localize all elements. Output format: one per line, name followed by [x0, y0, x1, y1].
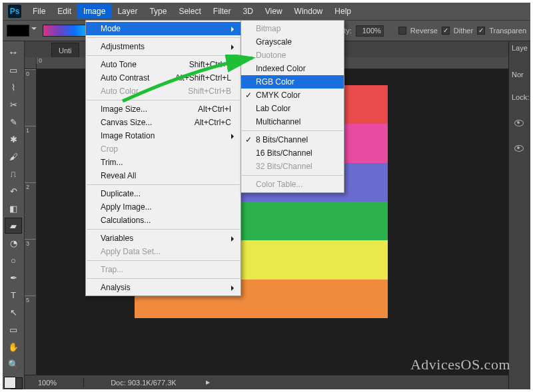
- menu-3d[interactable]: 3D: [237, 4, 259, 19]
- image-menu-auto-tone[interactable]: Auto ToneShift+Ctrl+L: [86, 58, 241, 71]
- image-menu-calculations[interactable]: Calculations...: [86, 214, 241, 227]
- grad-swatch[interactable]: [7, 25, 29, 37]
- chevron-right-icon[interactable]: ▶: [206, 379, 210, 385]
- menu-item-label: Duotone: [256, 51, 286, 60]
- menu-item-label: Crop: [101, 144, 118, 154]
- menu-item-label: Lab Color: [256, 104, 290, 113]
- doc-tab[interactable]: Unti: [51, 43, 79, 57]
- lock-label: Lock:: [512, 93, 529, 101]
- menu-item-label: Canvas Size...: [101, 118, 152, 127]
- image-menu-image-size[interactable]: Image Size...Alt+Ctrl+I: [86, 102, 241, 116]
- type-tool[interactable]: T: [5, 287, 22, 303]
- panel-dock: Laye Nor Lock:: [508, 41, 530, 389]
- stamp-tool[interactable]: ⎍: [5, 166, 22, 182]
- image-menu-canvas-size[interactable]: Canvas Size...Alt+Ctrl+C: [86, 116, 241, 129]
- mode-menu-32-bits-channel: 32 Bits/Channel: [241, 160, 344, 173]
- lasso-tool[interactable]: ⌇: [5, 79, 22, 95]
- image-menu-trim[interactable]: Trim...: [86, 156, 241, 169]
- mode-menu-rgb-color[interactable]: RGB Color: [241, 75, 344, 89]
- visibility-eye-icon[interactable]: [514, 145, 524, 152]
- menu-item-label: Grayscale: [256, 37, 292, 47]
- eraser-tool[interactable]: ◧: [5, 200, 22, 216]
- blur-tool[interactable]: ◔: [5, 235, 22, 251]
- menu-window[interactable]: Window: [288, 4, 329, 19]
- menu-edit[interactable]: Edit: [51, 4, 77, 19]
- menubar: Ps FileEditImageLayerTypeSelectFilter3DV…: [3, 3, 530, 20]
- shortcut-label: Alt+Ctrl+C: [195, 118, 231, 127]
- eyedropper-tool[interactable]: ✎: [5, 114, 22, 130]
- menu-filter[interactable]: Filter: [207, 4, 237, 19]
- image-menu-mode[interactable]: Mode: [86, 22, 241, 35]
- menu-item-label: Indexed Color: [256, 64, 306, 73]
- menu-item-label: RGB Color: [256, 77, 294, 87]
- gradient-tool[interactable]: ▰: [5, 218, 22, 234]
- menu-item-label: Bitmap: [256, 24, 280, 33]
- mode-menu-16-bits-channel[interactable]: 16 Bits/Channel: [241, 146, 344, 160]
- photoshop-app: Ps FileEditImageLayerTypeSelectFilter3DV…: [3, 3, 530, 389]
- visibility-eye-icon[interactable]: [514, 120, 524, 126]
- menu-help[interactable]: Help: [328, 4, 357, 19]
- menu-item-label: Duplicate...: [101, 189, 141, 198]
- image-menu-apply-image[interactable]: Apply Image...: [86, 200, 241, 214]
- mode-menu-indexed-color[interactable]: Indexed Color: [241, 62, 344, 75]
- crop-tool[interactable]: ✂: [5, 97, 22, 112]
- zoom-tool[interactable]: 🔍: [5, 356, 22, 372]
- image-menu-variables[interactable]: Variables: [86, 232, 241, 245]
- image-menu-apply-data-set: Apply Data Set...: [86, 245, 241, 258]
- menu-view[interactable]: View: [259, 4, 288, 19]
- submenu-mode: BitmapGrayscaleDuotoneIndexed ColorRGB C…: [241, 20, 344, 193]
- shape-tool[interactable]: ▭: [5, 321, 22, 337]
- menu-layer[interactable]: Layer: [111, 4, 143, 19]
- menu-select[interactable]: Select: [173, 4, 207, 19]
- ps-logo-icon: Ps: [8, 5, 21, 18]
- fg-color-swatch[interactable]: [4, 377, 16, 389]
- image-menu-trap: Trap...: [86, 263, 241, 276]
- menu-item-label: Analysis: [101, 283, 131, 292]
- history-tool[interactable]: ↶: [5, 183, 22, 199]
- menu-item-label: Image Size...: [101, 104, 147, 114]
- path-tool[interactable]: ↖: [5, 304, 22, 320]
- hand-tool[interactable]: ✋: [5, 339, 22, 355]
- dodge-tool[interactable]: ○: [5, 252, 22, 268]
- image-menu-auto-contrast[interactable]: Auto ContrastAlt+Shift+Ctrl+L: [86, 71, 241, 85]
- mode-menu-grayscale[interactable]: Grayscale: [241, 35, 344, 49]
- doc-size-info[interactable]: Doc: 903.1K/677.3K: [111, 379, 176, 387]
- dither-checkbox[interactable]: [442, 27, 450, 35]
- transparency-checkbox[interactable]: [477, 27, 485, 35]
- menu-item-label: Multichannel: [256, 117, 300, 126]
- opacity-input[interactable]: 100%: [356, 25, 384, 37]
- image-menu-auto-color: Auto ColorShift+Ctrl+B: [86, 85, 241, 98]
- zoom-level[interactable]: 100%: [38, 379, 57, 387]
- reverse-checkbox[interactable]: [398, 27, 406, 35]
- image-menu-duplicate[interactable]: Duplicate...: [86, 187, 241, 200]
- brush-tool[interactable]: 🖌: [5, 148, 22, 164]
- menu-file[interactable]: File: [27, 4, 51, 19]
- shortcut-label: Alt+Shift+Ctrl+L: [175, 73, 231, 83]
- healing-tool[interactable]: ✱: [5, 131, 22, 147]
- tool-palette: ↔▭⌇✂✎✱🖌⎍↶◧▰◔○✒T↖▭✋🔍: [3, 41, 25, 389]
- layers-panel-tab[interactable]: Laye: [512, 44, 528, 52]
- menu-item-label: 8 Bits/Channel: [256, 135, 308, 144]
- mode-menu-8-bits-channel[interactable]: ✓8 Bits/Channel: [241, 133, 344, 146]
- image-menu-adjustments[interactable]: Adjustments: [86, 40, 241, 53]
- blend-mode-select[interactable]: Nor: [512, 71, 524, 79]
- pen-tool[interactable]: ✒: [5, 270, 22, 286]
- mode-menu-multichannel[interactable]: Multichannel: [241, 115, 344, 128]
- mode-menu-lab-color[interactable]: Lab Color: [241, 102, 344, 115]
- dither-label: Dither: [454, 27, 473, 35]
- move-tool[interactable]: ↔: [4, 45, 23, 61]
- menu-type[interactable]: Type: [143, 4, 173, 19]
- image-menu-analysis[interactable]: Analysis: [86, 281, 241, 294]
- marquee-tool[interactable]: ▭: [5, 62, 22, 78]
- fg-bg-swatches[interactable]: [4, 377, 23, 389]
- image-menu-reveal-all[interactable]: Reveal All: [86, 169, 241, 182]
- menu-item-label: Trap...: [101, 265, 123, 274]
- image-menu-image-rotation[interactable]: Image Rotation: [86, 129, 241, 142]
- menu-image[interactable]: Image: [77, 4, 111, 19]
- menu-item-label: Color Table...: [256, 180, 302, 189]
- mode-menu-cmyk-color[interactable]: ✓CMYK Color: [241, 89, 344, 102]
- transparency-label: Transparen: [489, 27, 526, 35]
- mode-menu-bitmap: Bitmap: [241, 22, 344, 35]
- menu-item-label: 16 Bits/Channel: [256, 148, 312, 158]
- mode-menu-duotone: Duotone: [241, 49, 344, 62]
